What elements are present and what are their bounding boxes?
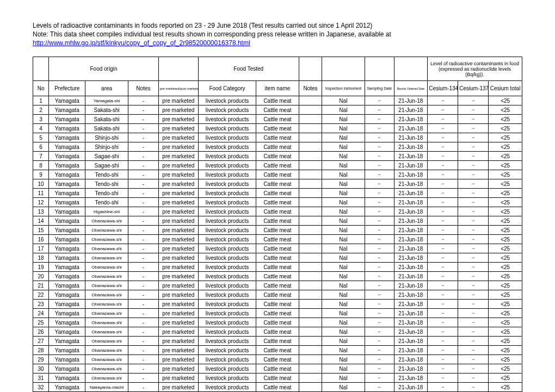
cell-cat: livestock products xyxy=(198,133,256,142)
cell-no: 17 xyxy=(33,244,49,253)
cell-sd: － xyxy=(365,383,394,392)
cell-pref: Yamagata xyxy=(49,318,85,327)
cell-pref: Yamagata xyxy=(49,337,85,346)
cell-item: Cattle meat xyxy=(256,309,299,318)
cell-n2 xyxy=(299,179,322,189)
cell-rd: 21-Jun-18 xyxy=(394,309,428,318)
cell-n1: - xyxy=(128,96,158,105)
cell-pp: pre marketed xyxy=(158,290,198,300)
cell-pp: pre marketed xyxy=(158,281,198,290)
cell-n2 xyxy=(299,226,322,235)
cell-area: Sagae-shi xyxy=(85,152,128,161)
table-row: 4YamagataSakata-shi-pre marketedlivestoc… xyxy=(33,124,522,133)
cell-item: Cattle meat xyxy=(256,124,299,133)
cell-ct: <25 xyxy=(489,346,522,355)
cell-ct: <25 xyxy=(489,364,522,374)
source-link[interactable]: http://www.mhlw.go.jp/stf/kinkyu/copy_of… xyxy=(33,39,250,47)
page-note: Note: This data sheet compiles individua… xyxy=(33,30,522,38)
cell-c1: － xyxy=(428,374,458,383)
cell-n1: - xyxy=(128,235,158,244)
cell-inst: NaI xyxy=(322,309,365,318)
cell-item: Cattle meat xyxy=(256,226,299,235)
cell-ct: <25 xyxy=(489,383,522,392)
cell-sd: － xyxy=(365,161,394,170)
cell-c1: － xyxy=(428,253,458,263)
cell-c1: － xyxy=(428,318,458,327)
cell-no: 20 xyxy=(33,272,49,281)
col-prefecture: Prefecture xyxy=(49,81,85,96)
cell-c2: － xyxy=(458,346,489,355)
cell-item: Cattle meat xyxy=(256,364,299,374)
cell-item: Cattle meat xyxy=(256,244,299,253)
data-table: Food origin Food Tested Level of radioac… xyxy=(33,57,522,392)
cell-n1: - xyxy=(128,346,158,355)
table-row: 1YamagataYamagata-shi-pre marketedlivest… xyxy=(33,96,522,105)
cell-n2 xyxy=(299,105,322,115)
cell-cat: livestock products xyxy=(198,170,256,179)
cell-c1: － xyxy=(428,327,458,337)
cell-ct: <25 xyxy=(489,152,522,161)
cell-inst: NaI xyxy=(322,300,365,309)
cell-sd: － xyxy=(365,133,394,142)
cell-c2: － xyxy=(458,309,489,318)
cell-n2 xyxy=(299,374,322,383)
cell-no: 28 xyxy=(33,346,49,355)
cell-ct: <25 xyxy=(489,216,522,226)
cell-rd: 21-Jun-18 xyxy=(394,235,428,244)
table-row: 6YamagataShinjo-shi-pre marketedlivestoc… xyxy=(33,142,522,152)
cell-ct: <25 xyxy=(489,189,522,198)
table-row: 28YamagataObanazawa-shi-pre marketedlive… xyxy=(33,346,522,355)
cell-pref: Yamagata xyxy=(49,300,85,309)
cell-area: Tendo-shi xyxy=(85,189,128,198)
cell-rd: 21-Jun-18 xyxy=(394,281,428,290)
cell-sd: － xyxy=(365,198,394,207)
cell-item: Cattle meat xyxy=(256,198,299,207)
cell-n2 xyxy=(299,364,322,374)
cell-n2 xyxy=(299,383,322,392)
table-row: 8YamagataSagae-shi-pre marketedlivestock… xyxy=(33,161,522,170)
cell-c2: － xyxy=(458,364,489,374)
cell-sd: － xyxy=(365,105,394,115)
cell-area: Obanazawa-shi xyxy=(85,226,128,235)
cell-n1: - xyxy=(128,226,158,235)
cell-n1: - xyxy=(128,290,158,300)
cell-item: Cattle meat xyxy=(256,318,299,327)
cell-no: 8 xyxy=(33,161,49,170)
cell-ct: <25 xyxy=(489,300,522,309)
cell-c2: － xyxy=(458,272,489,281)
cell-item: Cattle meat xyxy=(256,216,299,226)
table-row: 14YamagataObanazawa-shi-pre marketedlive… xyxy=(33,216,522,226)
cell-item: Cattle meat xyxy=(256,235,299,244)
cell-sd: － xyxy=(365,374,394,383)
cell-n1: - xyxy=(128,161,158,170)
cell-cat: livestock products xyxy=(198,364,256,374)
cell-c1: － xyxy=(428,337,458,346)
cell-pp: pre marketed xyxy=(158,300,198,309)
cell-ct: <25 xyxy=(489,244,522,253)
cell-c2: － xyxy=(458,115,489,124)
cell-item: Cattle meat xyxy=(256,179,299,189)
cell-n2 xyxy=(299,327,322,337)
cell-cat: livestock products xyxy=(198,309,256,318)
cell-item: Cattle meat xyxy=(256,170,299,179)
cell-area: Obanazawa-shi xyxy=(85,253,128,263)
cell-c1: － xyxy=(428,115,458,124)
cell-rd: 21-Jun-18 xyxy=(394,300,428,309)
cell-pref: Yamagata xyxy=(49,235,85,244)
cell-ct: <25 xyxy=(489,142,522,152)
header-empty xyxy=(158,57,198,81)
cell-n2 xyxy=(299,133,322,142)
cell-ct: <25 xyxy=(489,179,522,189)
table-row: 7YamagataSagae-shi-pre marketedlivestock… xyxy=(33,152,522,161)
cell-n1: - xyxy=(128,281,158,290)
cell-no: 23 xyxy=(33,300,49,309)
cell-n2 xyxy=(299,290,322,300)
cell-n2 xyxy=(299,272,322,281)
cell-c1: － xyxy=(428,364,458,374)
cell-ct: <25 xyxy=(489,124,522,133)
cell-pref: Yamagata xyxy=(49,161,85,170)
table-row: 12YamagataTendo-shi-pre marketedlivestoc… xyxy=(33,198,522,207)
col-area: area xyxy=(85,81,128,96)
cell-pref: Yamagata xyxy=(49,374,85,383)
header-contaminants: Level of radioactive contaminants in foo… xyxy=(428,57,522,81)
